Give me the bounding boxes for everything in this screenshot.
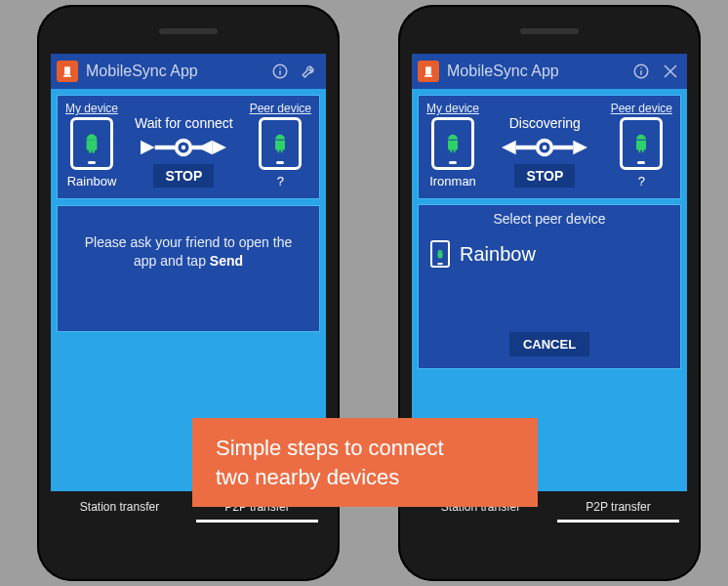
- svg-point-12: [543, 146, 546, 149]
- phone-speaker: [159, 28, 218, 34]
- my-device-icon: [70, 117, 113, 170]
- tab-station-label: Station transfer: [80, 500, 159, 514]
- info-icon[interactable]: [269, 61, 291, 82]
- svg-point-2: [279, 67, 281, 69]
- svg-point-9: [640, 67, 642, 69]
- peer-device-icon: [620, 117, 663, 170]
- peer-device-col: Peer device ?: [611, 102, 672, 188]
- connect-mid: Wait for connect STOP: [118, 102, 250, 188]
- my-device-label: My device: [426, 102, 479, 115]
- caption-line1: Simple steps to connect: [216, 434, 514, 463]
- peer-device-label: Peer device: [611, 102, 672, 115]
- peer-option-icon: [430, 240, 450, 268]
- app-title: MobileSync App: [86, 63, 262, 80]
- sync-arrows-icon: [140, 137, 227, 158]
- connect-status: Wait for connect: [135, 115, 233, 131]
- my-device-col: My device Ironman: [426, 102, 479, 188]
- stop-button[interactable]: STOP: [514, 164, 575, 188]
- my-device-icon: [431, 117, 474, 170]
- peer-device-icon: [259, 117, 302, 170]
- my-device-label: My device: [65, 102, 118, 115]
- wrench-icon[interactable]: [299, 61, 320, 82]
- app-logo-icon: [57, 61, 78, 82]
- app-topbar: MobileSync App: [51, 54, 326, 89]
- my-device-col: My device Rainbow: [65, 102, 118, 188]
- connect-panel: My device Rainbow Wait for connect STOP: [57, 95, 320, 199]
- promo-caption: Simple steps to connect two nearby devic…: [192, 418, 538, 507]
- peer-option-row[interactable]: Rainbow: [428, 236, 670, 283]
- info-icon[interactable]: [630, 61, 652, 82]
- instruction-text: Please ask your friend to open the app a…: [85, 234, 292, 269]
- sync-arrows-icon: [501, 137, 588, 158]
- select-peer-dialog: Select peer device Rainbow CANCEL: [418, 204, 681, 369]
- dialog-title: Select peer device: [428, 211, 670, 227]
- tab-p2p-label: P2P transfer: [586, 500, 650, 514]
- peer-device-name: ?: [638, 174, 645, 188]
- message-panel: Please ask your friend to open the app a…: [57, 205, 320, 332]
- connect-mid: Discovering STOP: [479, 102, 611, 188]
- app-logo-icon: [418, 61, 439, 82]
- phone-speaker: [520, 28, 579, 34]
- tab-station-transfer[interactable]: Station transfer: [51, 491, 188, 523]
- connect-status: Discovering: [509, 115, 581, 131]
- peer-option-label: Rainbow: [460, 243, 536, 266]
- peer-device-col: Peer device ?: [250, 102, 311, 188]
- svg-point-5: [182, 146, 185, 149]
- my-device-name: Rainbow: [67, 174, 117, 188]
- tools-icon[interactable]: [660, 61, 681, 82]
- instruction-bold: Send: [210, 253, 243, 269]
- caption-line2: two nearby devices: [216, 463, 514, 492]
- my-device-name: Ironman: [429, 174, 476, 188]
- peer-device-label: Peer device: [250, 102, 311, 115]
- cancel-button[interactable]: CANCEL: [509, 332, 589, 356]
- instruction-message: Please ask your friend to open the app a…: [65, 212, 311, 292]
- peer-device-name: ?: [277, 174, 284, 188]
- app-topbar: MobileSync App: [412, 54, 687, 89]
- stop-button[interactable]: STOP: [153, 164, 214, 188]
- tab-p2p-transfer[interactable]: P2P transfer: [549, 491, 687, 523]
- app-title: MobileSync App: [447, 63, 623, 80]
- connect-panel: My device Ironman Discovering STOP: [418, 95, 681, 199]
